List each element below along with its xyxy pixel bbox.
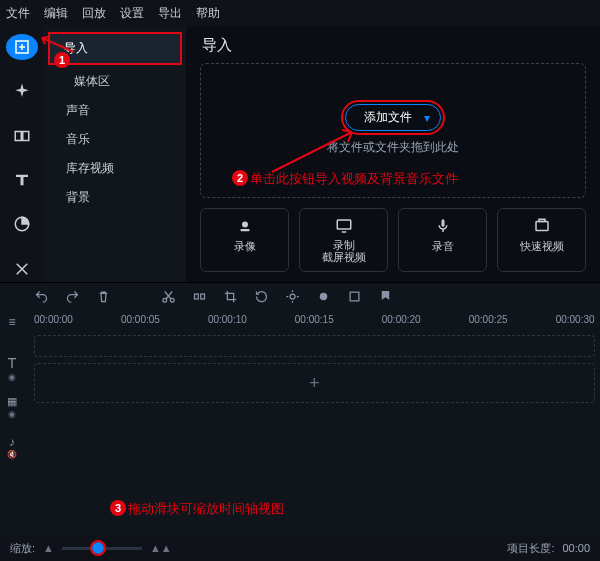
- anno-text-2: 单击此按钮导入视频及背景音乐文件: [250, 170, 458, 188]
- menu-edit[interactable]: 编辑: [44, 5, 68, 22]
- content-area: 导入 添加文件 ▾ 将文件或文件夹拖到此处 录像 录制截屏视频 录音: [186, 26, 600, 282]
- quick-icon: [533, 217, 551, 235]
- timeline-toolbar: [24, 283, 600, 310]
- anno-marker-1: 1: [54, 52, 70, 68]
- svg-point-14: [290, 294, 295, 299]
- zoom-slider-thumb[interactable]: [92, 542, 104, 554]
- audio-track[interactable]: [34, 409, 595, 431]
- rotate-icon[interactable]: [254, 289, 269, 304]
- action-record-audio[interactable]: 录音: [398, 208, 487, 272]
- svg-rect-7: [441, 219, 444, 227]
- adjust-icon[interactable]: [285, 289, 300, 304]
- undo-icon[interactable]: [34, 289, 49, 304]
- track-audio[interactable]: ♪🔇: [0, 435, 24, 457]
- menu-file[interactable]: 文件: [6, 5, 30, 22]
- track-text[interactable]: T◉: [0, 355, 24, 377]
- action-record-screen[interactable]: 录制截屏视频: [299, 208, 388, 272]
- menubar: 文件 编辑 回放 设置 导出 帮助: [0, 0, 600, 26]
- screen-icon: [335, 217, 353, 235]
- crop-icon[interactable]: [223, 289, 238, 304]
- svg-rect-2: [23, 131, 29, 140]
- camera-icon: [236, 217, 254, 235]
- sidebar-item-media[interactable]: 媒体区: [44, 67, 186, 96]
- svg-rect-16: [350, 292, 359, 301]
- anno-marker-2: 2: [232, 170, 248, 186]
- svg-rect-5: [240, 229, 249, 231]
- add-clip-icon: +: [309, 373, 320, 394]
- tool-rail: [0, 26, 44, 282]
- chevron-down-icon: ▾: [424, 111, 430, 125]
- action-row: 录像 录制截屏视频 录音 快速视频: [200, 208, 586, 272]
- anno-marker-3: 3: [110, 500, 126, 516]
- sidebar-item-stock[interactable]: 库存视频: [44, 154, 186, 183]
- zoom-slider[interactable]: [62, 547, 142, 550]
- rail-titles[interactable]: [6, 167, 38, 193]
- time-ruler[interactable]: 00:00:00 00:00:05 00:00:10 00:00:15 00:0…: [24, 310, 600, 329]
- rail-import[interactable]: [6, 34, 38, 60]
- menu-help[interactable]: 帮助: [196, 5, 220, 22]
- marker-icon[interactable]: [378, 289, 393, 304]
- zoom-in-icon[interactable]: ▲▲: [150, 542, 172, 554]
- anno-text-3: 拖动滑块可缩放时间轴视图: [128, 500, 284, 518]
- record-icon[interactable]: [316, 289, 331, 304]
- svg-rect-8: [536, 221, 548, 230]
- timeline-rail: ≡ T◉ ▦◉ ♪🔇: [0, 283, 24, 561]
- add-files-button[interactable]: 添加文件 ▾: [345, 104, 441, 131]
- sidebar-item-music[interactable]: 音乐: [44, 125, 186, 154]
- add-files-label: 添加文件: [364, 109, 412, 126]
- video-track[interactable]: +: [34, 363, 595, 403]
- cut-icon[interactable]: [161, 289, 176, 304]
- menu-playback[interactable]: 回放: [82, 5, 106, 22]
- svg-rect-12: [195, 294, 199, 299]
- track-toggle-1[interactable]: ≡: [0, 315, 24, 337]
- title-track[interactable]: [34, 335, 595, 357]
- zoom-out-icon[interactable]: ▲: [43, 542, 54, 554]
- svg-rect-13: [201, 294, 205, 299]
- split-icon[interactable]: [192, 289, 207, 304]
- anno-arrow-2: [268, 126, 358, 176]
- action-record-camera[interactable]: 录像: [200, 208, 289, 272]
- action-quick-video[interactable]: 快速视频: [497, 208, 586, 272]
- svg-rect-1: [15, 131, 21, 140]
- rail-more-tools[interactable]: [6, 256, 38, 282]
- clip-props-icon[interactable]: [347, 289, 362, 304]
- redo-icon[interactable]: [65, 289, 80, 304]
- menu-export[interactable]: 导出: [158, 5, 182, 22]
- timeline-body: 00:00:00 00:00:05 00:00:10 00:00:15 00:0…: [24, 283, 600, 561]
- mic-icon: [434, 217, 452, 235]
- zoom-label: 缩放:: [10, 541, 35, 556]
- menu-settings[interactable]: 设置: [120, 5, 144, 22]
- content-title: 导入: [202, 36, 586, 55]
- rail-transitions[interactable]: [6, 123, 38, 149]
- rail-stickers[interactable]: [6, 211, 38, 237]
- svg-point-15: [320, 293, 328, 301]
- sidebar-item-bg[interactable]: 背景: [44, 183, 186, 212]
- delete-icon[interactable]: [96, 289, 111, 304]
- svg-point-4: [242, 221, 248, 227]
- timeline: ≡ T◉ ▦◉ ♪🔇 00:00:00 00:00:05 00:00:10 00…: [0, 282, 600, 561]
- project-length-value: 00:00: [562, 542, 590, 554]
- anno-arrow-1: [36, 34, 76, 56]
- footer: 缩放: ▲ ▲▲ 项目长度: 00:00: [0, 535, 600, 561]
- project-length-label: 项目长度:: [507, 541, 554, 556]
- svg-rect-6: [337, 220, 351, 229]
- rail-filters[interactable]: [6, 78, 38, 104]
- sidebar-item-sound[interactable]: 声音: [44, 96, 186, 125]
- svg-rect-9: [539, 219, 545, 221]
- track-video[interactable]: ▦◉: [0, 395, 24, 417]
